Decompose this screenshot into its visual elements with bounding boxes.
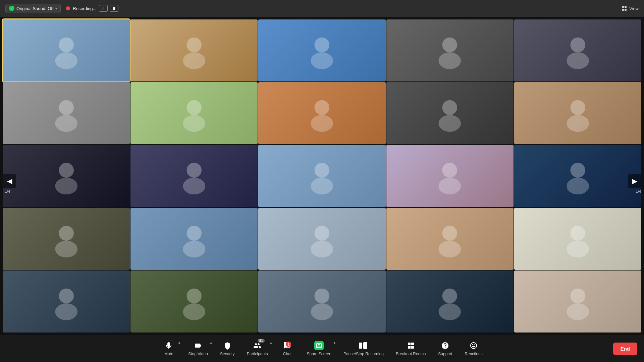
participant-cell-22 bbox=[130, 270, 258, 333]
participant-thumb-14 bbox=[386, 145, 514, 207]
svg-rect-52 bbox=[364, 343, 367, 348]
svg-point-37 bbox=[439, 241, 461, 257]
chevron-down-icon: ▾ bbox=[55, 7, 57, 10]
svg-point-44 bbox=[315, 288, 329, 303]
svg-point-40 bbox=[59, 288, 73, 303]
svg-point-27 bbox=[439, 178, 461, 195]
svg-point-14 bbox=[315, 100, 329, 115]
svg-point-19 bbox=[567, 115, 589, 132]
participant-thumb-17 bbox=[130, 208, 258, 270]
svg-point-0 bbox=[59, 38, 73, 52]
participant-thumb-8 bbox=[258, 82, 385, 144]
sound-on-icon: ✓ bbox=[9, 6, 14, 11]
security-label: Security bbox=[220, 352, 234, 356]
view-button[interactable]: View bbox=[622, 6, 639, 11]
svg-point-8 bbox=[570, 38, 585, 52]
reactions-button[interactable]: Reactions bbox=[459, 338, 488, 359]
stop-video-button[interactable]: ▲ Stop Video bbox=[182, 338, 214, 359]
participant-thumb-22 bbox=[130, 270, 258, 333]
svg-point-9 bbox=[567, 52, 589, 69]
svg-point-42 bbox=[187, 288, 202, 303]
camera-icon bbox=[194, 341, 203, 350]
chat-button[interactable]: 1 Chat bbox=[274, 338, 301, 359]
svg-point-24 bbox=[315, 163, 329, 178]
participant-cell-17 bbox=[130, 208, 258, 270]
participants-label: Participants bbox=[247, 352, 268, 356]
svg-point-25 bbox=[311, 178, 333, 195]
prev-page-button[interactable]: ◀ bbox=[3, 174, 16, 188]
participant-thumb-23 bbox=[258, 270, 385, 333]
svg-point-48 bbox=[570, 288, 585, 303]
chat-icon: 1 bbox=[282, 341, 292, 350]
pause-recording-btn[interactable]: ⏸ bbox=[99, 5, 108, 12]
participant-cell-2 bbox=[130, 19, 258, 81]
page-indicator-right: 1/4 bbox=[636, 189, 641, 194]
svg-point-35 bbox=[311, 241, 333, 257]
participant-cell-20 bbox=[514, 208, 641, 270]
support-button[interactable]: Support bbox=[432, 338, 459, 359]
share-screen-chevron-icon: ▲ bbox=[333, 341, 336, 344]
recording-dot bbox=[66, 6, 70, 10]
stop-recording-btn[interactable]: ⏹ bbox=[110, 5, 118, 12]
participant-cell-8 bbox=[258, 82, 385, 144]
next-page-button[interactable]: ▶ bbox=[628, 174, 641, 188]
participant-thumb-6 bbox=[3, 82, 130, 144]
participant-cell-15 bbox=[514, 145, 641, 207]
svg-point-17 bbox=[439, 115, 461, 132]
participant-cell-7 bbox=[130, 82, 258, 144]
svg-point-34 bbox=[315, 226, 329, 240]
breakout-rooms-label: Breakout Rooms bbox=[396, 352, 426, 356]
svg-point-3 bbox=[183, 52, 205, 69]
svg-rect-50 bbox=[359, 343, 362, 349]
participant-cell-6 bbox=[3, 82, 130, 144]
share-screen-button[interactable]: ▲ Share Screen bbox=[301, 338, 337, 359]
participant-thumb-15 bbox=[514, 145, 641, 207]
participant-thumb-20 bbox=[514, 208, 641, 270]
svg-point-38 bbox=[570, 226, 585, 240]
reactions-label: Reactions bbox=[465, 352, 482, 356]
pause-stop-recording-icon bbox=[359, 341, 368, 350]
video-grid bbox=[0, 17, 644, 335]
svg-point-20 bbox=[59, 163, 73, 178]
stop-video-chevron-icon: ▲ bbox=[210, 341, 213, 344]
participant-thumb-1 bbox=[3, 19, 130, 81]
participant-thumb-24 bbox=[386, 270, 514, 333]
svg-point-49 bbox=[567, 303, 589, 320]
security-button[interactable]: Security bbox=[214, 338, 241, 359]
participant-cell-23 bbox=[258, 270, 385, 333]
svg-point-2 bbox=[187, 38, 202, 52]
participant-thumb-10 bbox=[514, 82, 641, 144]
view-label: View bbox=[629, 6, 639, 11]
participant-cell-16 bbox=[3, 208, 130, 270]
support-label: Support bbox=[438, 352, 452, 356]
participant-cell-10 bbox=[514, 82, 641, 144]
svg-point-22 bbox=[187, 163, 202, 178]
recording-controls: ⏸ ⏹ bbox=[99, 5, 118, 12]
view-grid-icon bbox=[622, 6, 627, 11]
svg-point-6 bbox=[442, 38, 457, 52]
breakout-rooms-button[interactable]: Breakout Rooms bbox=[390, 338, 432, 359]
recording-indicator: Recording... ⏸ ⏹ bbox=[66, 5, 118, 12]
bottom-toolbar: ▲ Mute ▲ Stop Video Security ▲ 91 Partic… bbox=[0, 335, 644, 362]
svg-point-43 bbox=[183, 303, 205, 320]
participant-cell-18 bbox=[258, 208, 385, 270]
participant-cell-5 bbox=[514, 19, 641, 81]
share-screen-label: Share Screen bbox=[307, 352, 331, 356]
svg-point-1 bbox=[55, 52, 77, 69]
pause-stop-recording-button[interactable]: Pause/Stop Recording bbox=[337, 338, 390, 359]
svg-point-45 bbox=[311, 303, 333, 320]
shield-icon bbox=[223, 341, 232, 350]
svg-point-39 bbox=[567, 241, 589, 257]
mute-label: Mute bbox=[164, 352, 173, 356]
top-bar-left: ✓ Original Sound: Off ▾ Recording... ⏸ ⏹ bbox=[5, 4, 118, 13]
end-button[interactable]: End bbox=[613, 343, 637, 355]
participant-cell-1 bbox=[3, 19, 130, 81]
original-sound-button[interactable]: ✓ Original Sound: Off ▾ bbox=[5, 4, 61, 13]
participant-thumb-9 bbox=[386, 82, 514, 144]
participants-button[interactable]: ▲ 91 Participants bbox=[241, 338, 274, 359]
participant-thumb-19 bbox=[386, 208, 514, 270]
pause-stop-recording-label: Pause/Stop Recording bbox=[343, 352, 384, 356]
mute-button[interactable]: ▲ Mute bbox=[155, 338, 182, 359]
svg-point-28 bbox=[570, 163, 585, 178]
participant-cell-21 bbox=[3, 270, 130, 333]
